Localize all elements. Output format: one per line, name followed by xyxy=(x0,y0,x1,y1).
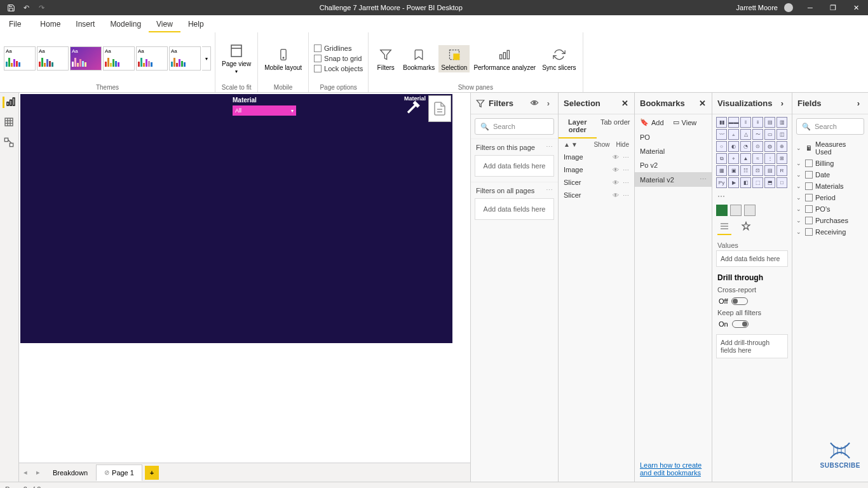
viz-type-icon[interactable]: ⋮ xyxy=(764,153,775,164)
values-drop[interactable]: Add data fields here xyxy=(716,250,788,267)
viz-type-icon[interactable]: ◫ xyxy=(776,129,787,140)
mobile-layout-button[interactable]: Mobile layout xyxy=(262,45,304,72)
keep-filters-toggle[interactable] xyxy=(732,320,749,328)
field-table[interactable]: ⌄Date xyxy=(792,169,868,180)
viz-type-icon[interactable]: ▤ xyxy=(764,165,775,176)
viz-type-icon[interactable]: ⊞ xyxy=(776,153,787,164)
viz-type-icon[interactable]: ⊙ xyxy=(752,141,763,152)
eye-icon[interactable]: 👁 xyxy=(613,166,619,173)
all-filter-drop[interactable]: Add data fields here xyxy=(475,198,554,220)
page-prev[interactable]: ◂ xyxy=(19,468,32,477)
viz-type-icon[interactable]: ▭ xyxy=(764,129,775,140)
add-page-button[interactable]: + xyxy=(145,466,159,480)
field-table[interactable]: ⌄Billing xyxy=(792,158,868,169)
minimize-button[interactable]: ─ xyxy=(801,0,820,15)
close-button[interactable]: ✕ xyxy=(846,0,865,15)
menu-file[interactable]: File xyxy=(0,16,30,32)
lock-checkbox[interactable]: Lock objects xyxy=(313,64,364,73)
viz-type-icon[interactable]: Py xyxy=(716,177,727,188)
theme-6[interactable]: Aa xyxy=(169,46,201,71)
expand-icon[interactable]: › xyxy=(544,99,553,108)
filters-pane-button[interactable]: Filters xyxy=(372,45,399,72)
user-name[interactable]: Jarrett Moore xyxy=(736,4,778,11)
viz-type-icon[interactable]: ◔ xyxy=(740,141,751,152)
viz-type-icon[interactable]: ⊕ xyxy=(776,141,787,152)
model-view-icon[interactable] xyxy=(4,137,15,149)
viz-type-icon[interactable]: ▶ xyxy=(728,177,739,188)
viz-type-icon[interactable]: ⫴ xyxy=(740,117,751,128)
theme-1[interactable]: Aa xyxy=(4,46,36,71)
field-table[interactable]: ⌄Receiving xyxy=(792,226,868,238)
eye-icon[interactable]: 👁 xyxy=(613,192,619,199)
viz-type-icon[interactable]: ▣ xyxy=(728,165,739,176)
bookmark-add-button[interactable]: 🔖Add xyxy=(640,118,664,126)
viz-type-icon[interactable]: ≈ xyxy=(752,153,763,164)
close-icon[interactable]: ✕ xyxy=(620,99,629,108)
maximize-button[interactable]: ❐ xyxy=(824,0,843,15)
tab-page1[interactable]: ⊘Page 1 xyxy=(96,464,142,481)
move-down-icon[interactable]: ▼ xyxy=(571,141,578,148)
viz-type-icon[interactable]: ⬚ xyxy=(752,177,763,188)
viz-type-icon[interactable]: ⧉ xyxy=(716,153,727,164)
format-icon[interactable] xyxy=(739,221,753,235)
viz-type-icon[interactable]: 〰 xyxy=(716,129,727,140)
bookmark-item[interactable]: Po v2 xyxy=(635,158,712,172)
tab-breakdown[interactable]: Breakdown xyxy=(44,464,96,481)
menu-modeling[interactable]: Modeling xyxy=(102,16,149,32)
viz-type-icon[interactable]: ◍ xyxy=(764,141,775,152)
more-icon[interactable]: ⋯ xyxy=(623,166,629,173)
viz-type-icon[interactable]: □ xyxy=(776,177,787,188)
expand-icon[interactable]: › xyxy=(778,99,787,108)
viz-type-icon[interactable]: R xyxy=(776,165,787,176)
field-table[interactable]: ⌄🖩Measures Used xyxy=(792,139,868,158)
perf-analyzer-button[interactable]: Performance analyzer xyxy=(471,45,538,72)
bookmark-item[interactable]: Material v2⋯ xyxy=(635,172,712,187)
theme-2[interactable]: Aa xyxy=(37,46,69,71)
viz-more-icon[interactable]: ⋯ xyxy=(712,191,792,202)
cross-report-toggle[interactable] xyxy=(731,297,748,305)
tab-order-tab[interactable]: Tab order xyxy=(597,114,635,139)
field-table[interactable]: ⌄Purchases xyxy=(792,215,868,226)
filters-search[interactable]: 🔍 Search xyxy=(475,118,554,135)
themes-dropdown[interactable]: ▾ xyxy=(202,46,211,71)
viz-type-icon[interactable]: ▥ xyxy=(776,117,787,128)
report-view-icon[interactable] xyxy=(3,97,17,108)
viz-analytics-mode[interactable] xyxy=(744,205,756,216)
fields-search[interactable]: 🔍 Search xyxy=(796,118,864,135)
sync-slicers-button[interactable]: Sync slicers xyxy=(539,45,578,72)
selection-pane-button[interactable]: Selection xyxy=(438,45,470,72)
viz-type-icon[interactable]: ⫵ xyxy=(752,117,763,128)
material-slicer[interactable]: All xyxy=(233,105,296,116)
save-icon[interactable] xyxy=(6,3,15,12)
subscribe-badge[interactable]: SUBSCRIBE xyxy=(820,440,860,469)
eye-icon[interactable]: 👁 xyxy=(613,154,619,161)
viz-type-icon[interactable]: ⟁ xyxy=(728,129,739,140)
bookmarks-pane-button[interactable]: Bookmarks xyxy=(400,45,437,72)
more-icon[interactable]: ⋯ xyxy=(700,175,707,184)
bookmark-view-button[interactable]: ▭View xyxy=(673,118,697,126)
menu-view[interactable]: View xyxy=(149,16,180,32)
more-icon[interactable]: ⋯ xyxy=(546,143,553,151)
expand-icon[interactable]: › xyxy=(854,99,863,108)
viz-type-icon[interactable]: 〜 xyxy=(752,129,763,140)
viz-format-mode[interactable] xyxy=(730,205,742,216)
document-image[interactable] xyxy=(428,95,451,122)
viz-type-icon[interactable]: ▬▬ xyxy=(728,117,739,128)
selection-item[interactable]: Slicer👁⋯ xyxy=(559,176,634,189)
bookmark-item[interactable]: Material xyxy=(635,144,712,158)
page-next[interactable]: ▸ xyxy=(32,468,44,477)
selection-item[interactable]: Image👁⋯ xyxy=(559,163,634,176)
viz-type-icon[interactable]: ○ xyxy=(716,141,727,152)
hide-button[interactable]: Hide xyxy=(616,141,629,148)
data-view-icon[interactable] xyxy=(4,117,15,128)
show-button[interactable]: Show xyxy=(593,141,609,148)
viz-type-icon[interactable]: ▮▮ xyxy=(716,117,727,128)
move-up-icon[interactable]: ▲ xyxy=(564,141,570,148)
more-icon[interactable]: ⋯ xyxy=(623,154,629,161)
page-filter-drop[interactable]: Add data fields here xyxy=(475,155,554,177)
viz-type-icon[interactable]: ▲ xyxy=(740,153,751,164)
selection-item[interactable]: Slicer👁⋯ xyxy=(559,189,634,201)
eye-icon[interactable]: 👁 xyxy=(613,179,619,186)
snap-checkbox[interactable]: Snap to grid xyxy=(313,54,363,63)
viz-type-icon[interactable]: ◧ xyxy=(740,177,751,188)
